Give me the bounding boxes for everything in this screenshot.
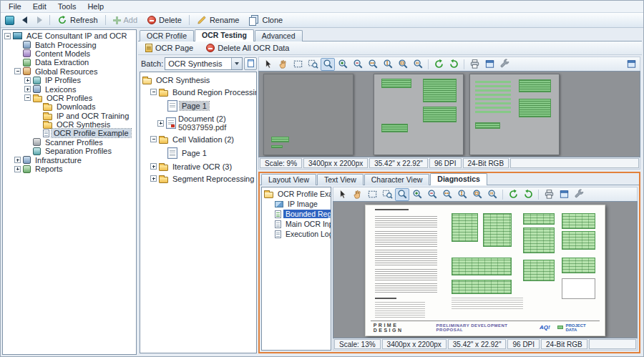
settings-icon[interactable] xyxy=(497,58,512,71)
tree-node-batch-processing[interactable]: Batch Processing xyxy=(3,40,136,49)
cursor-icon[interactable] xyxy=(260,58,275,71)
tab-advanced[interactable]: Advanced xyxy=(255,30,303,41)
zoom-actual-icon[interactable] xyxy=(411,58,425,71)
zoom-region-icon[interactable] xyxy=(380,188,394,201)
menu-help[interactable]: Help xyxy=(82,1,109,11)
ocr-page-button[interactable]: OCR Page xyxy=(141,42,197,54)
zoom-tool-icon[interactable] xyxy=(395,188,409,201)
expand-icon[interactable] xyxy=(157,120,164,127)
collapse-icon[interactable] xyxy=(150,136,157,142)
export-icon[interactable] xyxy=(557,188,571,201)
collapse-icon[interactable] xyxy=(24,94,31,101)
expand-icon[interactable] xyxy=(14,157,21,163)
tree-node-ocr-profile-example[interactable]: OCR Profile Example xyxy=(3,129,136,137)
tree-node-lexicons[interactable]: Lexicons xyxy=(3,84,136,93)
batch-node-page-1[interactable]: Page 1 xyxy=(140,98,256,113)
batch-node-document[interactable]: Document (2)50937959.pdf xyxy=(140,113,256,133)
page-thumbnail-3[interactable] xyxy=(469,74,560,155)
expand-icon[interactable] xyxy=(14,166,21,172)
collapse-icon[interactable] xyxy=(4,33,11,39)
zoom-region-icon[interactable] xyxy=(306,58,320,71)
tree-node-infrastructure[interactable]: Infrastructure xyxy=(3,155,136,164)
page-viewer-canvas[interactable] xyxy=(258,71,640,157)
tree-node-downloads[interactable]: Downloads xyxy=(3,102,136,111)
forward-button[interactable] xyxy=(33,15,47,25)
menu-file[interactable]: File xyxy=(4,1,26,11)
collapse-icon[interactable] xyxy=(14,68,21,74)
batch-node-segment-reprocessing[interactable]: Segment Reprocessing (4) xyxy=(140,172,256,185)
export-icon[interactable] xyxy=(482,58,497,71)
tree-node-global-resources[interactable]: Global Resources xyxy=(3,67,136,76)
tab-ocr-testing[interactable]: OCR Testing xyxy=(195,29,254,41)
refresh-button[interactable]: Refresh xyxy=(53,14,102,26)
menu-edit[interactable]: Edit xyxy=(28,1,52,11)
cursor-icon[interactable] xyxy=(335,188,349,201)
select-region-icon[interactable] xyxy=(365,188,379,201)
expand-icon[interactable] xyxy=(24,77,31,84)
zoom-fit-height-icon[interactable] xyxy=(381,58,395,71)
diag-node-execution-log[interactable]: Execution Log xyxy=(262,229,331,239)
tree-node-scanner-profiles[interactable]: Scanner Profiles xyxy=(3,138,136,147)
dock-panel-icon[interactable] xyxy=(624,58,638,71)
back-button[interactable] xyxy=(18,15,31,25)
tree-node-ocr-profiles[interactable]: OCR Profiles xyxy=(3,94,136,102)
batch-node-page-1b[interactable]: Page 1 xyxy=(140,145,256,160)
page-thumbnail-1[interactable] xyxy=(263,74,353,155)
document-page-preview[interactable]: PRIME DESIGN PRELIMINARY DEVELOPMENT PRO… xyxy=(365,205,605,336)
expand-icon[interactable] xyxy=(24,86,31,92)
delete-all-ocr-data-button[interactable]: Delete All OCR Data xyxy=(202,42,293,54)
tab-character-view[interactable]: Character View xyxy=(364,174,430,185)
tree-node-root[interactable]: ACE Consultant IP and OCR xyxy=(3,31,136,40)
tree-node-ip-and-ocr-training[interactable]: IP and OCR Training xyxy=(3,112,136,120)
tab-text-view[interactable]: Text View xyxy=(317,174,364,185)
batch-node-bound-region-processing[interactable]: Bound Region Processing (1) xyxy=(140,86,256,98)
expand-icon[interactable] xyxy=(150,163,157,170)
print-icon[interactable] xyxy=(542,188,556,201)
zoom-in-icon[interactable] xyxy=(410,188,424,201)
zoom-fit-width-icon[interactable] xyxy=(440,188,454,201)
pan-hand-icon[interactable] xyxy=(350,188,364,201)
add-button[interactable]: Add xyxy=(109,14,142,26)
settings-icon[interactable] xyxy=(572,188,586,201)
zoom-fit-height-icon[interactable] xyxy=(455,188,469,201)
collapse-icon[interactable] xyxy=(150,89,157,95)
batch-node-cell-validation[interactable]: Cell Validation (2) xyxy=(140,133,256,145)
diag-node-bounded-regions[interactable]: Bounded Regions xyxy=(262,209,331,219)
select-region-icon[interactable] xyxy=(291,58,305,71)
tree-node-data-extraction[interactable]: Data Extraction xyxy=(3,58,136,67)
zoom-out-icon[interactable] xyxy=(425,188,439,201)
tree-node-content-models[interactable]: Content Models xyxy=(3,49,136,58)
delete-button[interactable]: Delete xyxy=(143,14,186,26)
print-icon[interactable] xyxy=(467,58,482,71)
diag-node-main-ocr-input[interactable]: Main OCR Input xyxy=(262,219,331,229)
rotate-view-icon[interactable] xyxy=(521,188,535,201)
zoom-fit-page-icon[interactable] xyxy=(396,58,410,71)
tree-node-ocr-synthesis[interactable]: OCR Synthesis xyxy=(3,120,136,129)
rename-button[interactable]: Rename xyxy=(192,14,244,26)
batch-node-iterative-ocr[interactable]: Iterative OCR (3) xyxy=(140,160,256,172)
clone-button[interactable]: Clone xyxy=(245,14,287,27)
tab-diagnostics[interactable]: Diagnostics xyxy=(430,173,487,185)
batch-node-root[interactable]: OCR Synthesis xyxy=(140,74,256,86)
diagnostics-canvas[interactable]: PRIME DESIGN PRELIMINARY DEVELOPMENT PRO… xyxy=(333,201,638,338)
pan-hand-icon[interactable] xyxy=(275,58,290,71)
tree-node-ip-profiles[interactable]: IP Profiles xyxy=(3,76,136,84)
refresh-view-icon[interactable] xyxy=(506,188,520,201)
tree-node-reports[interactable]: Reports xyxy=(3,165,136,173)
refresh-view-icon[interactable] xyxy=(431,58,446,71)
tab-ocr-profile[interactable]: OCR Profile xyxy=(140,30,194,41)
batch-panel-toggle-button[interactable] xyxy=(244,57,257,70)
chevron-down-icon[interactable] xyxy=(231,58,242,69)
diag-node-root[interactable]: OCR Profile Example xyxy=(262,189,331,199)
diag-node-ip-image[interactable]: IP Image xyxy=(262,199,331,209)
zoom-fit-page-icon[interactable] xyxy=(470,188,484,201)
zoom-fit-width-icon[interactable] xyxy=(366,58,380,71)
zoom-out-icon[interactable] xyxy=(351,58,365,71)
page-thumbnail-2[interactable] xyxy=(374,74,464,155)
zoom-in-icon[interactable] xyxy=(336,58,350,71)
tree-node-separation-profiles[interactable]: Separation Profiles xyxy=(3,147,136,155)
rotate-view-icon[interactable] xyxy=(447,58,461,71)
tab-layout-view[interactable]: Layout View xyxy=(261,174,316,185)
zoom-actual-icon[interactable] xyxy=(485,188,499,201)
batch-select[interactable]: OCR Synthesis xyxy=(165,57,243,70)
